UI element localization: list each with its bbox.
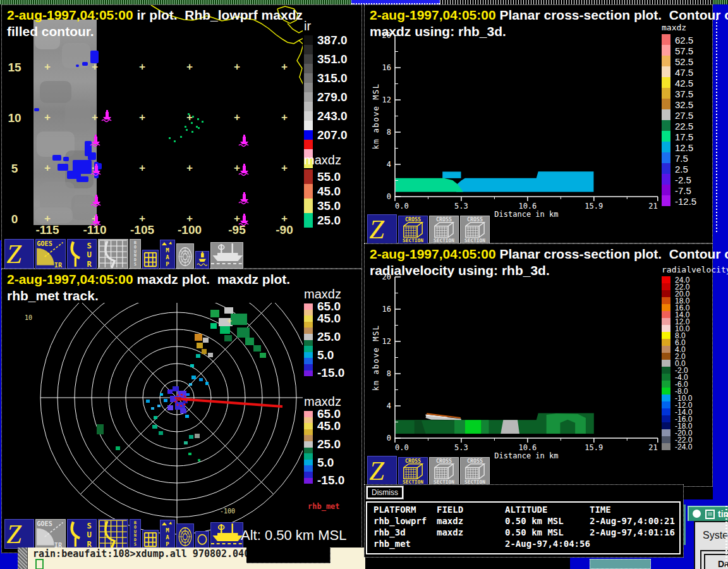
ir-panel-title-line2: filled contour. (7, 24, 94, 39)
surveillance-radar-2-button[interactable]: SUR (67, 519, 97, 549)
svg-text:Z: Z (369, 215, 385, 243)
map-overlay-button[interactable]: MAP (160, 240, 175, 269)
track-panel-title: 2-aug-1997,04:05:00 maxdz plot. maxdz pl… (7, 272, 290, 287)
plot-date: 2-aug-1997,04:05:00 (370, 247, 496, 261)
radar-grid-button[interactable] (98, 239, 128, 269)
svg-text:+: + (139, 61, 145, 73)
svg-text:CROSS: CROSS (467, 216, 483, 223)
grid-overlay-2-button[interactable] (142, 530, 159, 549)
altitude-label: Alt: 0.50 km MSL (241, 527, 347, 544)
zeb-logo-button[interactable]: Z (4, 239, 34, 269)
svg-text:Distance in km: Distance in km (494, 451, 558, 460)
xsec1-title-line2: maxdz using: rhb_3d. (370, 24, 506, 39)
svg-text:-90: -90 (276, 223, 293, 236)
plot-date: 2-aug-1997,04:05:00 (370, 8, 496, 22)
ship-overlay-2-button[interactable] (210, 522, 243, 549)
svg-text:10.6: 10.6 (518, 202, 537, 211)
svg-text:+: + (281, 111, 288, 123)
svg-text:+: + (234, 61, 240, 73)
system-window: System Day (694, 521, 728, 569)
cross-section-2a-button[interactable]: CROSSSECTION (398, 457, 428, 486)
buoy-overlay-button[interactable] (195, 251, 209, 269)
svg-text:12: 12 (382, 337, 391, 346)
plot-date: 2-aug-1997,04:05:00 (7, 272, 133, 286)
table-row: rhb_lowprfmaxdz0.50 km MSL2-Aug-97,4:00:… (367, 516, 679, 527)
svg-text:S: S (87, 522, 91, 530)
radar-rings-2-button[interactable] (176, 523, 194, 549)
plot-title-text: Planar cross-section plot. Contour of (496, 247, 728, 261)
svg-text:U: U (87, 250, 91, 259)
table-header-row: PLATFORMFIELDALTITUDETIME (367, 505, 679, 516)
colorbar-maxdz-ir: maxdz55.045.035.025.0 (304, 153, 341, 228)
goes-ir-overlay-2-button[interactable]: GOESIR (35, 519, 66, 549)
ship-overlay-button[interactable] (210, 242, 243, 269)
svg-text:15: 15 (8, 61, 21, 74)
map-overlay-2-button[interactable]: MAP (160, 520, 175, 549)
bounds-overlay-2-button[interactable]: BOUNDS (130, 519, 141, 549)
svg-text:8: 8 (387, 128, 391, 137)
surveillance-radar-button[interactable]: SUR (67, 239, 97, 269)
time-window-titlebar[interactable]: time (688, 506, 728, 521)
svg-text:+: + (186, 111, 193, 123)
cross-section-1a-button[interactable]: CROSSSECTION (398, 216, 428, 244)
svg-text:16: 16 (382, 63, 391, 72)
zeb-logo-2-button[interactable]: Z (4, 519, 34, 549)
cross-section-1c-button[interactable]: CROSSSECTION (460, 216, 490, 244)
svg-text:-105: -105 (130, 223, 154, 236)
svg-text:R: R (87, 540, 92, 548)
svg-text:Z: Z (6, 520, 22, 548)
ir-toolbar: ZGOESIRSURBOUNDSMAP (4, 238, 243, 269)
dismiss-button[interactable]: Dismiss (367, 486, 403, 499)
xsec-maxdz-panel: 0481216200.05.310.615.921Distance in kmk… (364, 4, 713, 243)
titlebar-restore-icon[interactable] (705, 510, 715, 519)
radar-grid-2-button[interactable] (98, 519, 128, 549)
terminal-scrollbar[interactable] (18, 548, 28, 569)
svg-text:+: + (281, 61, 288, 73)
zeb-logo-xs1-button[interactable]: Z (367, 214, 397, 244)
svg-text:-115: -115 (36, 223, 59, 236)
svg-text:A: A (166, 254, 169, 260)
svg-text:0.0: 0.0 (395, 202, 409, 211)
top-edge-right (440, 0, 713, 4)
cross-section-2c-button[interactable]: CROSSSECTION (460, 457, 490, 486)
bounds-overlay-button[interactable]: BOUNDS (130, 239, 141, 269)
svg-text:+: + (186, 61, 193, 73)
top-edge-left (0, 0, 351, 4)
plot-title-text: ir plot. Rhb_lowprf maxdz (133, 8, 303, 22)
svg-text:0: 0 (387, 192, 391, 201)
svg-text:CROSS: CROSS (405, 458, 421, 464)
svg-text:0.0: 0.0 (395, 443, 409, 452)
svg-text:16: 16 (382, 305, 391, 314)
colorbar-xsec-maxdz: maxdz62.557.552.547.542.537.532.527.522.… (662, 23, 686, 206)
zeb-logo-xs2-button[interactable]: Z (367, 456, 397, 486)
svg-text:-100: -100 (178, 223, 202, 236)
svg-text:M: M (166, 527, 169, 534)
svg-text:21: 21 (648, 443, 657, 452)
svg-text:GOES: GOES (37, 240, 52, 247)
titlebar-menu-icon[interactable] (693, 510, 701, 518)
svg-text:15.9: 15.9 (585, 443, 603, 452)
svg-text:CROSS: CROSS (405, 216, 421, 223)
svg-text:GOES: GOES (37, 520, 52, 527)
radar-rings-button[interactable] (176, 243, 194, 269)
circle-overlay-2-button[interactable] (195, 531, 209, 549)
svg-text:Z: Z (369, 456, 385, 485)
ir-map-plot[interactable]: ++++++++++++++++++++++++-115-110-105-100… (2, 5, 303, 238)
svg-text:8: 8 (387, 369, 391, 378)
svg-text:5.3: 5.3 (454, 202, 468, 211)
top-edge-mid (351, 0, 440, 4)
svg-text:+: + (186, 162, 193, 174)
goes-ir-overlay-button[interactable]: GOESIR (35, 239, 66, 269)
day-button[interactable]: Day (704, 554, 728, 569)
svg-text:km above MSL: km above MSL (372, 325, 380, 391)
xsec1-title: 2-aug-1997,04:05:00 Planar cross-section… (370, 8, 728, 23)
svg-text:+: + (234, 111, 240, 123)
track-panel: 10-100+ 2-aug-1997,04:05:00 maxdz plot. … (1, 269, 362, 553)
colorbar-maxdz-track-1: maxdz65.045.025.05.0-15.0 (304, 287, 341, 376)
cross-section-2b-button[interactable]: CROSSSECTION (429, 457, 459, 486)
cross-section-1b-button[interactable]: CROSSSECTION (429, 216, 459, 244)
track-radar-plot[interactable]: 10-100+ (2, 303, 303, 554)
terminal-cursor (35, 559, 44, 569)
colorbar-ir: ir387.0351.0315.0279.0243.0207.0 (304, 19, 313, 168)
grid-overlay-button[interactable] (142, 250, 159, 269)
